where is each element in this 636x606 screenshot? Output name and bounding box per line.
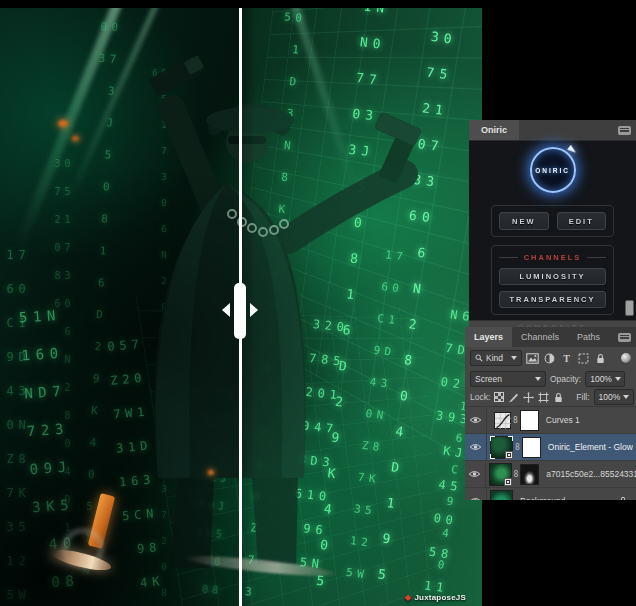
lock-label: Lock:: [470, 392, 490, 402]
divider-line: [587, 257, 606, 258]
filter-shape-layers-icon[interactable]: [577, 352, 590, 365]
layer-row-curves[interactable]: 8 Curves 1: [465, 407, 636, 434]
luminosity-button[interactable]: LUMINOSITY: [499, 268, 606, 285]
oniric-panel-body: ONIRIC NEW EDIT CHANNELS LUMINOSITY TRAN…: [469, 141, 636, 320]
layer-row-background[interactable]: Background: [465, 488, 636, 500]
layer-mask-thumbnail[interactable]: [520, 410, 539, 431]
layer-mask-thumbnail[interactable]: [520, 464, 539, 485]
kind-label: Kind: [486, 353, 503, 363]
juxtapose-label: JuxtaposeJS: [414, 593, 466, 602]
chevron-down-icon: [615, 377, 621, 381]
layer-name: Background: [520, 496, 565, 500]
fill-dropdown[interactable]: 100%: [594, 389, 634, 405]
oniric-panel: Oniric ONIRIC NEW EDIT CHANNELS: [469, 120, 636, 327]
slider-arrow-right-icon[interactable]: [250, 303, 258, 317]
juxtapose-credit-link[interactable]: ◆JuxtaposeJS: [405, 593, 466, 602]
chevron-down-icon: [511, 356, 517, 360]
opacity-dropdown[interactable]: 100%: [585, 371, 625, 387]
layers-panel-tabbar: Layers Channels Paths: [465, 327, 636, 347]
scrollbar-thumb[interactable]: [625, 300, 634, 316]
panel-menu-icon[interactable]: [618, 333, 631, 342]
smart-object-badge: [504, 478, 512, 486]
tab-layers[interactable]: Layers: [465, 327, 512, 347]
filter-adjustment-layers-icon[interactable]: [543, 352, 556, 365]
layer-thumbnail[interactable]: [490, 490, 513, 501]
chevron-down-icon: [535, 377, 541, 381]
oniric-panel-tabbar: Oniric: [469, 120, 636, 141]
mask-link-icon[interactable]: 8: [514, 470, 519, 479]
tab-channels[interactable]: Channels: [512, 327, 568, 347]
chevron-down-icon: [623, 395, 629, 399]
visibility-eye-icon[interactable]: [465, 434, 487, 460]
filter-type-layers-icon[interactable]: T: [560, 352, 573, 365]
layer-name: a7015c50e2...855243318: [546, 469, 636, 479]
oniric-logo: ONIRIC: [525, 145, 581, 197]
opacity-label: Opacity:: [550, 374, 581, 384]
slider-arrow-left-icon[interactable]: [222, 303, 230, 317]
smart-object-badge: [505, 451, 513, 459]
layer-row-oniric-element[interactable]: 8 Oniric_Element - Glow: [465, 434, 636, 461]
tab-oniric[interactable]: Oniric: [469, 120, 519, 140]
layer-name: Curves 1: [546, 415, 580, 425]
divider-line: [499, 257, 518, 258]
visibility-eye-icon[interactable]: [465, 407, 487, 433]
juxtapose-slider-handle[interactable]: [234, 283, 246, 339]
oniric-logo-text: ONIRIC: [535, 167, 570, 174]
lock-artboard-icon[interactable]: [538, 391, 549, 403]
blend-mode-value: Screen: [475, 374, 502, 384]
lock-all-icon[interactable]: [553, 391, 564, 403]
tab-paths[interactable]: Paths: [568, 327, 609, 347]
filter-smart-objects-icon[interactable]: [594, 352, 607, 365]
layers-panel: Layers Channels Paths Kind T: [465, 327, 636, 500]
orange-spark: [208, 470, 214, 475]
layer-thumbnail[interactable]: [490, 436, 513, 459]
filter-kind-dropdown[interactable]: Kind: [470, 350, 522, 366]
fill-label: Fill:: [576, 392, 589, 402]
layer-row-hash[interactable]: 8 a7015c50e2...855243318: [465, 461, 636, 488]
oniric-actions-group: NEW EDIT: [491, 205, 614, 237]
edit-button[interactable]: EDIT: [557, 212, 607, 230]
diamond-icon: ◆: [405, 593, 411, 602]
channels-group: CHANNELS LUMINOSITY TRANSPARENCY: [491, 245, 614, 315]
app-window: 7 0 1 D 3 N 8 K 5 2 W 1 6 C 9 4 0 Z 7 3 …: [0, 0, 636, 606]
search-icon: [475, 354, 483, 362]
orange-spark: [72, 136, 79, 141]
mask-link-icon[interactable]: 8: [513, 416, 518, 425]
layers-panel-body: Kind T Screen Opacity: 100%: [465, 347, 636, 500]
blend-mode-dropdown[interactable]: Screen: [470, 371, 546, 387]
transparency-button[interactable]: TRANSPARENCY: [499, 291, 606, 308]
mask-link-icon[interactable]: 8: [515, 443, 520, 452]
oniric-logo-ring: ONIRIC: [530, 147, 576, 193]
lock-position-icon[interactable]: [523, 391, 534, 403]
filtering-toggle[interactable]: [621, 353, 631, 363]
visibility-eye-icon[interactable]: [465, 488, 487, 500]
lock-image-pixels-icon[interactable]: [508, 391, 519, 403]
lock-transparent-pixels-icon[interactable]: [494, 391, 504, 403]
channels-heading: CHANNELS: [524, 253, 582, 262]
layer-thumbnail[interactable]: [489, 463, 512, 486]
filter-pixel-layers-icon[interactable]: [526, 352, 539, 365]
new-button[interactable]: NEW: [499, 212, 549, 230]
opacity-value: 100%: [590, 374, 612, 384]
panel-menu-icon[interactable]: [618, 126, 631, 135]
composite-artwork: 7 0 1 D 3 N 8 K 5 2 W 1 6 C 9 4 0 Z 7 3 …: [0, 8, 482, 606]
fill-value: 100%: [599, 392, 621, 402]
curves-adjustment-thumbnail[interactable]: [494, 412, 511, 429]
layer-name: Oniric_Element - Glow: [548, 442, 633, 452]
layer-mask-thumbnail[interactable]: [522, 437, 541, 458]
orange-spark: [58, 120, 68, 127]
background-lock-icon: [618, 496, 628, 500]
visibility-eye-icon[interactable]: [465, 461, 486, 487]
